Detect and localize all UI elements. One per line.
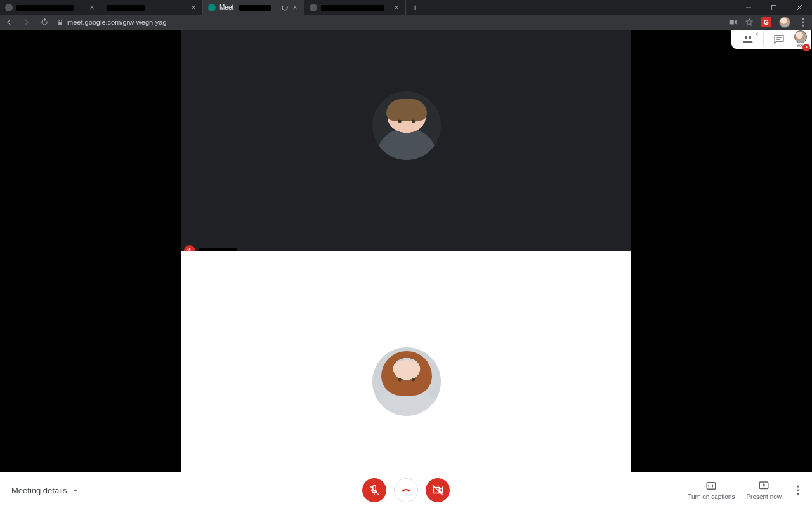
url-text: meet.google.com/grw-wegn-yag — [67, 18, 167, 26]
chat-button[interactable] — [770, 32, 788, 47]
bottom-control-bar: Meeting details Turn on captions Present… — [0, 472, 812, 508]
participant-tile[interactable] — [181, 30, 631, 251]
present-button[interactable]: Present now — [746, 480, 782, 500]
top-right-panel: 3 You — [731, 30, 811, 49]
new-tab-button[interactable]: + — [406, 0, 424, 15]
meeting-details-label: Meeting details — [11, 486, 67, 495]
tab-title — [16, 4, 86, 11]
meet-favicon-icon — [208, 4, 216, 11]
browser-tab[interactable]: × — [304, 0, 406, 15]
svg-point-5 — [802, 18, 804, 20]
url-field[interactable]: meet.google.com/grw-wegn-yag — [57, 18, 167, 26]
right-controls: Turn on captions Present now — [688, 480, 803, 500]
camera-icon[interactable] — [728, 18, 737, 27]
close-window-button[interactable] — [787, 0, 812, 15]
tab-title — [107, 4, 187, 11]
svg-rect-10 — [707, 483, 716, 490]
chevron-up-icon — [72, 486, 79, 494]
self-muted-icon — [802, 44, 810, 51]
captions-button[interactable]: Turn on captions — [688, 480, 735, 500]
self-avatar — [794, 30, 807, 43]
tab-title: Meet - — [219, 4, 278, 11]
svg-point-6 — [802, 22, 804, 23]
meet-viewport: 3 You — [0, 30, 812, 472]
svg-point-13 — [797, 489, 799, 491]
bookmark-star-icon[interactable] — [745, 18, 754, 27]
svg-point-0 — [282, 5, 287, 10]
video-stage — [181, 30, 631, 472]
browser-tab[interactable]: × — [102, 0, 203, 15]
close-icon[interactable]: × — [393, 4, 400, 11]
separator — [763, 33, 764, 46]
browser-tab[interactable]: × — [0, 0, 102, 15]
self-thumbnail[interactable]: You — [794, 30, 807, 48]
participant-tile[interactable] — [181, 251, 631, 472]
tab-favicon — [5, 4, 13, 11]
svg-point-7 — [802, 25, 804, 27]
captions-label: Turn on captions — [688, 493, 735, 500]
toggle-mic-button[interactable] — [362, 478, 386, 502]
profile-avatar[interactable] — [779, 17, 790, 28]
toggle-camera-button[interactable] — [426, 478, 450, 502]
back-button[interactable] — [4, 17, 14, 27]
minimize-button[interactable] — [736, 0, 761, 15]
hang-up-button[interactable] — [394, 478, 418, 502]
tab-favicon — [310, 4, 317, 11]
svg-point-12 — [797, 485, 799, 487]
extension-g-icon[interactable]: G — [761, 17, 771, 27]
participant-avatar — [372, 91, 441, 160]
tab-title — [321, 4, 390, 11]
lock-icon — [57, 19, 63, 25]
more-options-button[interactable] — [793, 485, 803, 495]
close-icon[interactable]: × — [88, 4, 96, 11]
participants-button[interactable]: 3 — [739, 32, 757, 47]
close-icon[interactable]: × — [190, 4, 197, 11]
maximize-button[interactable] — [761, 0, 787, 15]
present-label: Present now — [746, 493, 782, 500]
reload-button[interactable] — [39, 17, 49, 27]
close-icon[interactable]: × — [291, 4, 299, 11]
loading-spinner-icon — [281, 4, 289, 11]
forward-button[interactable] — [22, 17, 32, 27]
participant-avatar — [372, 347, 441, 416]
participant-count: 3 — [756, 30, 758, 36]
call-controls — [362, 478, 450, 502]
browser-tab-bar: × × Meet - × × + — [0, 0, 812, 15]
svg-point-14 — [797, 493, 799, 495]
meeting-details-button[interactable]: Meeting details — [11, 486, 79, 495]
browser-menu-button[interactable] — [798, 17, 808, 27]
browser-tab-active[interactable]: Meet - × — [203, 0, 304, 15]
window-controls — [736, 0, 812, 15]
svg-rect-2 — [772, 5, 776, 10]
address-bar: meet.google.com/grw-wegn-yag G — [0, 15, 812, 30]
